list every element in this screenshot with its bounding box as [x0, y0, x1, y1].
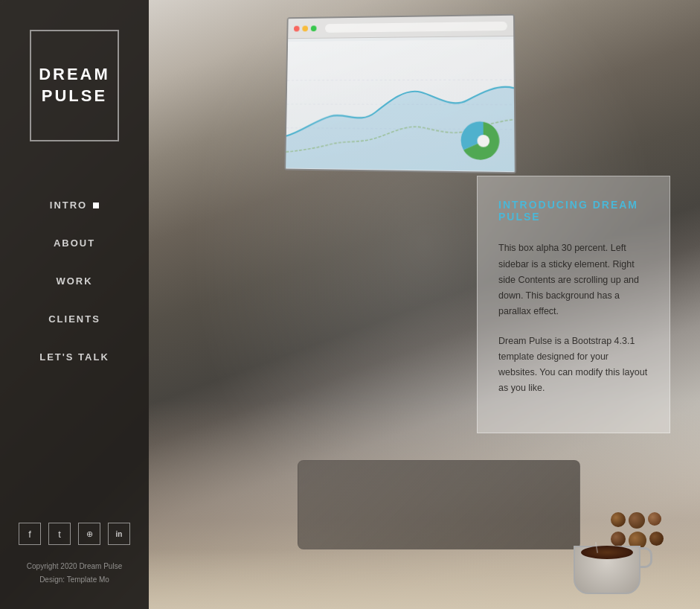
- nav-label-intro: INTRO: [50, 200, 87, 211]
- card-paragraph-2: Dream Pulse is a Bootstrap 4.3.1 templat…: [498, 334, 649, 397]
- sidebar: DREAM PULSE INTRO ABOUT WORK CLIENTS LET…: [0, 0, 149, 609]
- card-title: INTRODUCING DREAM PULSE: [498, 199, 649, 223]
- main-content: INTRODUCING DREAM PULSE This box alpha 3…: [149, 0, 700, 609]
- nav-item-work[interactable]: WORK: [0, 262, 149, 300]
- nav-label-clients: CLIENTS: [48, 313, 100, 325]
- social-facebook-icon[interactable]: f: [19, 523, 41, 545]
- navigation: INTRO ABOUT WORK CLIENTS LET'S TALK: [0, 186, 149, 376]
- logo-wrapper: DREAM PULSE: [30, 30, 119, 141]
- copyright-block: Copyright 2020 Dream Pulse Design: Templ…: [27, 560, 122, 587]
- nav-label-work: WORK: [56, 275, 92, 287]
- nav-label-lets-talk: LET'S TALK: [39, 351, 109, 363]
- social-twitter-icon[interactable]: t: [48, 523, 71, 545]
- card-paragraph-1: This box alpha 30 percent. Left sidebar …: [498, 240, 649, 319]
- social-row: f t ⊕ in: [19, 523, 130, 545]
- info-card: INTRODUCING DREAM PULSE This box alpha 3…: [477, 176, 670, 433]
- social-dribbble-icon[interactable]: ⊕: [78, 523, 100, 545]
- nav-item-about[interactable]: ABOUT: [0, 224, 149, 262]
- logo-text: DREAM PULSE: [39, 64, 110, 106]
- nav-item-intro[interactable]: INTRO: [0, 186, 149, 224]
- nav-item-lets-talk[interactable]: LET'S TALK: [0, 338, 149, 376]
- nav-active-indicator: [93, 203, 99, 208]
- nav-item-clients[interactable]: CLIENTS: [0, 300, 149, 338]
- copyright-text: Copyright 2020 Dream Pulse: [27, 560, 122, 573]
- design-credit: Design: Template Mo: [27, 573, 122, 587]
- social-linkedin-icon[interactable]: in: [108, 523, 130, 545]
- nav-label-about: ABOUT: [54, 237, 95, 249]
